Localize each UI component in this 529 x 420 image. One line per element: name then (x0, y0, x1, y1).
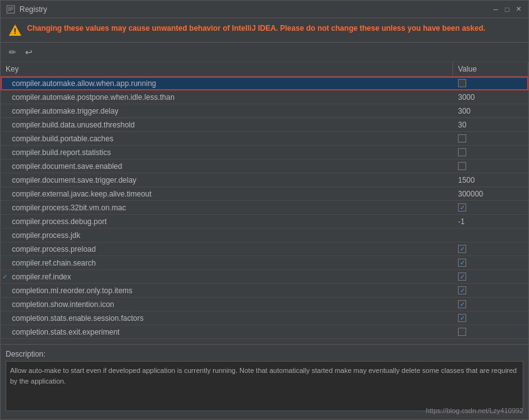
row-value: 300000 (453, 188, 528, 200)
watermark: https://blog.csdn.net/Lzy410992 (426, 407, 523, 414)
row-key: compiler.build.portable.caches (9, 133, 453, 144)
checkbox[interactable]: ✓ (458, 272, 466, 281)
table-row[interactable]: compiler.build.portable.caches (1, 132, 528, 146)
row-value[interactable] (453, 133, 528, 144)
table-row[interactable]: compiler.build.data.unused.threshold30 (1, 118, 528, 132)
row-value[interactable]: ✓ (453, 257, 528, 268)
svg-rect-3 (8, 10, 11, 11)
undo-button[interactable]: ↩ (22, 45, 36, 59)
table-row[interactable]: compiler.automake.trigger.delay300 (1, 104, 528, 118)
toolbar: ✏ ↩ (1, 43, 528, 62)
row-value[interactable] (453, 78, 528, 89)
row-key: completion.show.intention.icon (9, 299, 453, 310)
row-key: compiler.document.save.enabled (9, 161, 453, 172)
row-key: compiler.automake.trigger.delay (9, 105, 453, 117)
table-row[interactable]: compiler.automake.allow.when.app.running (1, 77, 528, 90)
row-key: compiler.process.jdk (9, 230, 453, 241)
row-key: compiler.document.save.trigger.delay (9, 175, 453, 186)
checkbox[interactable] (458, 162, 466, 170)
table-row[interactable]: compiler.document.save.trigger.delay1500 (1, 173, 528, 187)
row-value: -1 (453, 216, 528, 227)
row-value: 300 (453, 105, 528, 117)
row-value[interactable]: ✓ (453, 202, 528, 213)
checkbox[interactable]: ✓ (458, 259, 466, 267)
checkbox[interactable]: ✓ (458, 286, 466, 294)
table-row[interactable]: compiler.external.javac.keep.alive.timeo… (1, 187, 528, 201)
description-label: Description: (6, 350, 523, 358)
table-row[interactable]: completion.stats.enable.session.factors✓ (1, 311, 528, 325)
table-row[interactable]: ✓compiler.ref.index✓ (1, 270, 528, 284)
checkbox[interactable] (458, 328, 466, 336)
row-value[interactable] (453, 326, 528, 337)
row-key: compiler.automake.postpone.when.idle.les… (9, 92, 453, 103)
table-row[interactable]: compiler.ref.chain.search✓ (1, 256, 528, 270)
row-key: compiler.ref.index (9, 271, 453, 283)
row-key: completion.stats.exit.experiment (9, 326, 453, 338)
warning-bar: ! Changing these values may cause unwant… (1, 18, 528, 43)
table-header: Key Value (1, 62, 528, 77)
table-body[interactable]: compiler.automake.allow.when.app.running… (1, 77, 528, 344)
value-column-header: Value (453, 62, 528, 76)
row-value[interactable]: ✓ (453, 244, 528, 254)
row-key: compiler.build.report.statistics (9, 147, 453, 158)
checkbox[interactable]: ✓ (458, 300, 466, 308)
table-row[interactable]: compiler.process.debug.port-1 (1, 215, 528, 229)
row-key: compiler.process.preload (9, 244, 453, 255)
row-marker: ✓ (1, 273, 9, 280)
row-key: compiler.automake.allow.when.app.running (9, 78, 453, 89)
svg-rect-1 (8, 8, 13, 8)
warning-text: Changing these values may cause unwanted… (27, 23, 486, 34)
table-row[interactable]: completion.show.intention.icon✓ (1, 298, 528, 311)
warning-icon: ! (8, 23, 22, 37)
row-value: 30 (453, 119, 528, 131)
table-row[interactable]: compiler.process.jdk (1, 229, 528, 242)
table-row[interactable]: compiler.automake.postpone.when.idle.les… (1, 90, 528, 104)
checkbox[interactable] (458, 148, 466, 156)
row-key: compiler.ref.chain.search (9, 257, 453, 269)
registry-table: Key Value compiler.automake.allow.when.a… (1, 62, 528, 344)
row-key: compiler.process.debug.port (9, 216, 453, 227)
table-row[interactable]: completion.ml.reorder.only.top.items✓ (1, 284, 528, 298)
close-button[interactable]: ✕ (513, 4, 523, 14)
row-key: completion.ml.reorder.only.top.items (9, 285, 453, 296)
row-value[interactable] (453, 147, 528, 158)
svg-text:!: ! (14, 26, 16, 36)
window-title: Registry (19, 5, 491, 14)
table-row[interactable]: compiler.document.save.enabled (1, 159, 528, 173)
table-row[interactable]: compiler.process.32bit.vm.on.mac✓ (1, 201, 528, 215)
row-key: completion.stats.enable.session.factors (9, 313, 453, 324)
row-value[interactable]: ✓ (453, 285, 528, 296)
row-key: compiler.process.32bit.vm.on.mac (9, 202, 453, 213)
description-text: Allow auto-make to start even if develop… (6, 361, 523, 411)
row-key: compiler.external.javac.keep.alive.timeo… (9, 188, 453, 200)
checkbox[interactable]: ✓ (458, 314, 466, 322)
row-value: 1500 (453, 175, 528, 186)
minimize-button[interactable]: ─ (491, 4, 501, 14)
row-value[interactable]: ✓ (453, 271, 528, 282)
row-value[interactable]: ✓ (453, 299, 528, 310)
row-value[interactable]: ✓ (453, 313, 528, 323)
row-value: 3000 (453, 92, 528, 103)
checkbox[interactable]: ✓ (458, 245, 466, 253)
table-row[interactable]: compiler.process.preload✓ (1, 242, 528, 256)
row-key: compiler.build.data.unused.threshold (9, 119, 453, 131)
row-value (453, 234, 528, 237)
edit-button[interactable]: ✏ (6, 45, 19, 59)
key-column-header: Key (1, 62, 453, 76)
table-row[interactable]: compiler.build.report.statistics (1, 146, 528, 159)
checkbox[interactable] (458, 134, 466, 143)
title-bar: Registry ─ □ ✕ (1, 1, 528, 18)
row-value[interactable] (453, 161, 528, 171)
svg-rect-2 (8, 9, 13, 9)
window-controls: ─ □ ✕ (491, 4, 523, 14)
table-row[interactable]: completion.stats.exit.experiment (1, 325, 528, 339)
window-icon (6, 4, 16, 14)
checkbox[interactable]: ✓ (458, 203, 466, 212)
maximize-button[interactable]: □ (502, 4, 512, 14)
checkbox[interactable] (458, 79, 466, 87)
registry-window: Registry ─ □ ✕ ! Changing these values m… (0, 0, 529, 420)
